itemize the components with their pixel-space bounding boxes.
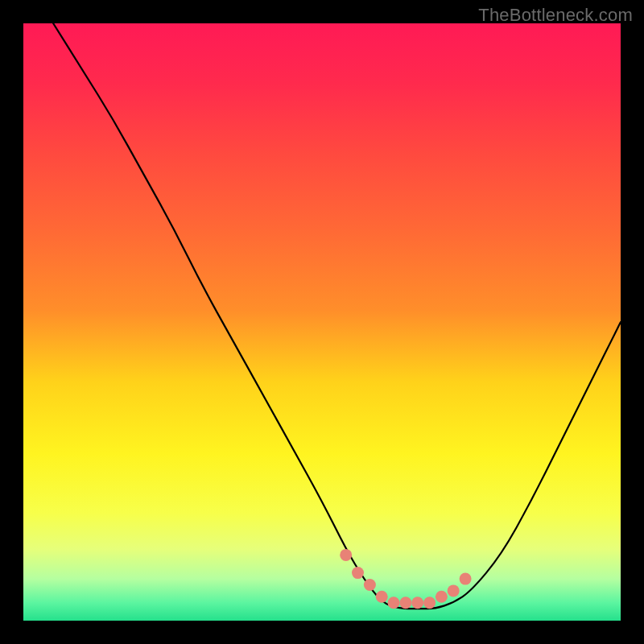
highlight-dot — [448, 584, 460, 597]
highlight-dot — [388, 597, 400, 609]
highlight-dot — [340, 549, 352, 561]
highlight-dot — [352, 567, 364, 579]
gradient-background — [23, 23, 621, 621]
highlight-dot — [460, 573, 472, 585]
highlight-dot — [436, 591, 448, 603]
bottleneck-chart — [23, 23, 621, 621]
highlight-dot — [411, 597, 423, 609]
highlight-dot — [399, 597, 411, 609]
highlight-dot — [423, 597, 436, 609]
chart-frame: TheBottleneck.com — [0, 0, 644, 644]
highlight-dot — [376, 591, 388, 603]
highlight-dot — [364, 579, 376, 591]
plot-area — [23, 23, 621, 621]
